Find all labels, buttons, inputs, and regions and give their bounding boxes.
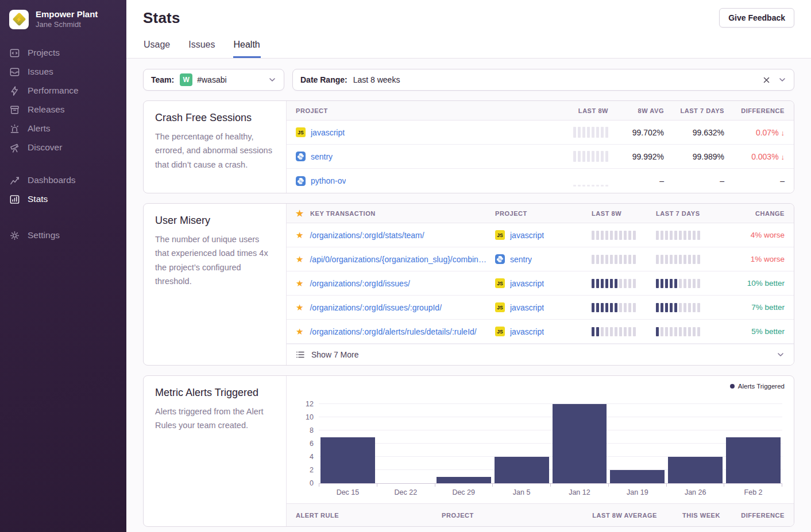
panel-description: User Misery The number of unique users t… <box>144 204 287 365</box>
tab-usage[interactable]: Usage <box>143 40 171 58</box>
filter-bar: Team: W #wasabi Date Range: Last 8 weeks <box>143 69 794 91</box>
score-bar <box>592 279 656 288</box>
sidebar-item-label: Dashboards <box>28 175 76 185</box>
project-link[interactable]: javascript <box>311 128 345 137</box>
sparkline <box>573 127 608 138</box>
transaction-link[interactable]: /api/0/organizations/{organization_slug}… <box>310 255 487 264</box>
sidebar-item-projects[interactable]: Projects <box>0 44 126 63</box>
column-header: ALERT RULE <box>296 512 442 519</box>
stats-tabs: Usage Issues Health <box>143 40 794 58</box>
table-header: PROJECT LAST 8W 8W AVG LAST 7 DAYS DIFFE… <box>287 101 794 121</box>
alerts-bar-chart: Alerts Triggered 024681012 Dec 15Dec 22D… <box>287 376 794 503</box>
org-user-name: Jane Schmidt <box>36 20 98 30</box>
panel-text: The percentage of healthy, errored, and … <box>155 130 275 172</box>
x-axis-ticks <box>319 484 782 487</box>
javascript-icon: JS <box>495 230 505 240</box>
sidebar-item-alerts[interactable]: Alerts <box>0 119 126 138</box>
chevron-down-icon <box>778 76 786 84</box>
project-link[interactable]: sentry <box>311 152 333 161</box>
transaction-link[interactable]: /organizations/:orgId/issues/ <box>310 279 410 288</box>
table-row: ★/organizations/:orgId/alerts/rules/deta… <box>287 320 794 344</box>
python-icon <box>495 254 505 264</box>
team-select[interactable]: Team: W #wasabi <box>143 69 284 91</box>
project-link[interactable]: sentry <box>510 255 532 264</box>
column-header: THIS WEEK <box>657 512 720 519</box>
settings-icon <box>9 230 20 241</box>
difference-value: – <box>724 176 785 185</box>
panel-title: User Misery <box>155 215 275 227</box>
sidebar-item-stats[interactable]: Stats <box>0 190 126 209</box>
avg-value: 99.702% <box>608 128 664 137</box>
show-more-button[interactable]: Show 7 More <box>287 344 794 365</box>
dashboards-icon <box>9 175 20 186</box>
give-feedback-button[interactable]: Give Feedback <box>719 8 794 28</box>
tab-health[interactable]: Health <box>233 40 261 58</box>
sidebar-item-releases[interactable]: Releases <box>0 100 126 119</box>
chart-legend[interactable]: Alerts Triggered <box>730 383 785 390</box>
score-bar <box>592 231 656 240</box>
star-icon[interactable]: ★ <box>296 327 303 336</box>
chevron-down-icon[interactable] <box>777 351 785 359</box>
last7-value: 99.989% <box>664 152 724 161</box>
table-row: ★/organizations/:orgId/issues/ JSjavascr… <box>287 271 794 296</box>
column-header: DIFFERENCE <box>724 107 785 114</box>
org-switcher[interactable]: ⚡ Empower Plant Jane Schmidt <box>0 0 126 44</box>
releases-icon <box>9 104 20 115</box>
star-icon[interactable]: ★ <box>296 279 303 288</box>
team-avatar: W <box>180 73 192 86</box>
transaction-link[interactable]: /organizations/:orgId/stats/team/ <box>310 231 424 240</box>
org-name: Empower Plant <box>36 9 98 20</box>
sidebar-item-label: Alerts <box>28 123 51 134</box>
transaction-link[interactable]: /organizations/:orgId/issues/:groupId/ <box>310 303 442 312</box>
change-value: 10% better <box>720 279 785 288</box>
page-header: Stats Give Feedback Usage Issues Health <box>126 0 811 59</box>
date-range-value: Last 8 weeks <box>353 75 400 84</box>
discover-icon <box>9 142 20 153</box>
last7-value: 99.632% <box>664 128 724 137</box>
tab-issues[interactable]: Issues <box>188 40 215 58</box>
column-header: LAST 8W <box>592 210 656 217</box>
panel-title: Crash Free Sessions <box>155 112 275 124</box>
score-bar <box>656 255 720 264</box>
table-row: ★/api/0/organizations/{organization_slug… <box>287 247 794 271</box>
panel-text: The number of unique users that experien… <box>155 232 275 288</box>
primary-nav: Projects Issues Performance Releases Ale… <box>0 44 126 245</box>
project-link[interactable]: javascript <box>510 231 544 240</box>
sparkline <box>573 151 608 162</box>
clear-icon[interactable] <box>763 76 770 84</box>
user-misery-panel: User Misery The number of unique users t… <box>143 203 794 366</box>
table-row: sentry 99.992% 99.989% 0.003% ↓ <box>287 145 794 169</box>
panel-description: Crash Free Sessions The percentage of he… <box>144 101 287 193</box>
chart-plot-area: 024681012 <box>319 398 782 484</box>
transaction-link[interactable]: /organizations/:orgId/alerts/rules/detai… <box>310 327 476 336</box>
sidebar-item-issues[interactable]: Issues <box>0 63 126 81</box>
project-link[interactable]: javascript <box>510 279 544 288</box>
star-icon[interactable]: ★ <box>296 255 303 263</box>
page-title: Stats <box>143 9 794 27</box>
legend-label: Alerts Triggered <box>738 383 785 390</box>
change-value: 1% worse <box>720 255 785 263</box>
user-misery-table: ★KEY TRANSACTION PROJECT LAST 8W LAST 7 … <box>287 204 794 365</box>
issues-icon <box>9 67 20 77</box>
sidebar-item-performance[interactable]: Performance <box>0 81 126 100</box>
star-icon[interactable]: ★ <box>296 231 303 239</box>
project-link[interactable]: python-ov <box>311 176 346 185</box>
date-range-select[interactable]: Date Range: Last 8 weeks <box>292 69 794 91</box>
column-header: PROJECT <box>495 210 592 217</box>
score-bar <box>592 255 656 264</box>
star-icon[interactable]: ★ <box>296 303 303 312</box>
sidebar-item-settings[interactable]: Settings <box>0 226 126 245</box>
project-link[interactable]: javascript <box>510 303 544 312</box>
metric-alerts-chart-section: Alerts Triggered 024681012 Dec 15Dec 22D… <box>287 376 794 526</box>
crash-free-sessions-panel: Crash Free Sessions The percentage of he… <box>143 100 794 193</box>
project-link[interactable]: javascript <box>510 327 544 336</box>
sidebar-item-discover[interactable]: Discover <box>0 138 126 157</box>
sidebar-item-dashboards[interactable]: Dashboards <box>0 171 126 190</box>
panel-title: Metric Alerts Triggered <box>155 387 275 399</box>
panel-text: Alerts triggered from the Alert Rules yo… <box>155 405 275 433</box>
show-more-label: Show 7 More <box>311 350 358 359</box>
difference-value: 0.07% ↓ <box>724 128 785 137</box>
sidebar-item-label: Discover <box>28 142 62 153</box>
difference-value: 0.003% ↓ <box>724 152 785 161</box>
sparkline <box>573 176 608 187</box>
